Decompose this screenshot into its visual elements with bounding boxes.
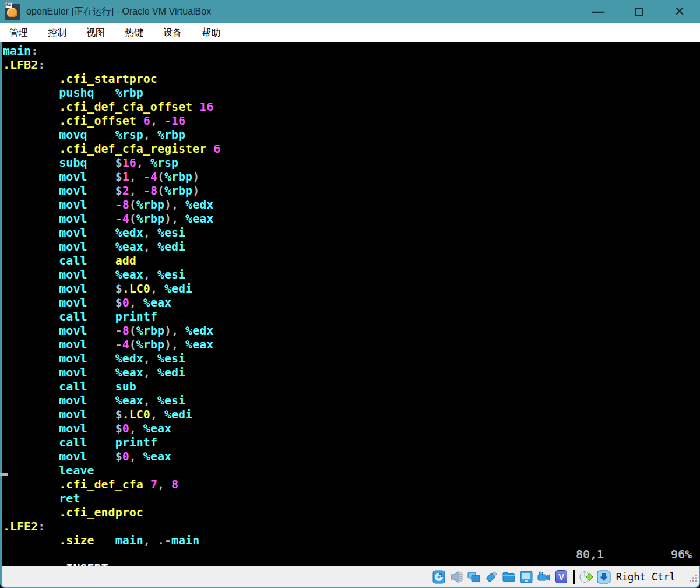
menu-item-2[interactable]: 视图 <box>77 23 115 42</box>
shared-folders-icon[interactable] <box>502 569 516 584</box>
code-line: movl %eax, %esi <box>3 267 700 281</box>
code-line: movl $.LC0, %edi <box>3 407 700 421</box>
code-line: .cfi_def_cfa_register 6 <box>3 142 700 156</box>
code-line: .size main, .-main <box>3 533 700 547</box>
code-line: .cfi_endproc <box>3 505 700 519</box>
window-controls: — ✕ <box>578 0 700 23</box>
code-line: movl $1, -4(%rbp) <box>3 170 700 184</box>
code-line: .LFB2: <box>3 58 700 72</box>
code-line: .cfi_startproc <box>3 72 700 86</box>
code-line: subq $16, %rsp <box>3 156 700 170</box>
vm-os-icon: 64 <box>5 4 20 20</box>
mouse-integration-icon[interactable] <box>579 569 594 584</box>
code-line: movl $0, %eax <box>3 449 700 463</box>
menu-item-3[interactable]: 热键 <box>115 23 154 42</box>
terminal-screen[interactable]: main:.LFB2: .cfi_startproc pushq %rbp .c… <box>0 42 700 566</box>
code-line: .cfi_def_cfa_offset 16 <box>3 100 700 114</box>
code-line: main: <box>3 44 700 58</box>
code-line: movl %edx, %esi <box>3 226 700 240</box>
code-line: movl -4(%rbp), %eax <box>3 212 700 226</box>
code-line: call add <box>3 253 700 267</box>
resize-grip[interactable] <box>689 574 697 585</box>
audio-icon[interactable] <box>449 569 464 584</box>
menu-item-1[interactable]: 控制 <box>38 23 77 42</box>
text-cursor <box>0 473 8 476</box>
vm-status-bar: V Right Ctrl <box>0 566 700 588</box>
code-line: movl %eax, %edi <box>3 240 700 253</box>
code-line: call sub <box>3 379 700 393</box>
menu-item-5[interactable]: 帮助 <box>192 23 231 42</box>
code-line: call printf <box>3 309 700 323</box>
assembly-code: main:.LFB2: .cfi_startproc pushq %rbp .c… <box>3 44 700 547</box>
usb-icon[interactable] <box>484 569 499 584</box>
maximize-button[interactable] <box>618 0 659 23</box>
status-bar-separator <box>573 570 575 584</box>
features-glyph: V <box>555 570 567 583</box>
code-line: movl $.LC0, %edi <box>3 281 700 295</box>
code-line: movl -8(%rbp), %edx <box>3 198 700 212</box>
host-key-label: Right Ctrl <box>616 571 676 583</box>
close-button[interactable]: ✕ <box>659 0 700 23</box>
code-line: movl %eax, %edi <box>3 365 700 379</box>
code-line: movl $0, %eax <box>3 295 700 309</box>
code-line: pushq %rbp <box>3 86 700 100</box>
code-line: ret <box>3 491 700 505</box>
features-icon[interactable]: V <box>554 569 569 584</box>
recording-icon[interactable] <box>537 569 551 584</box>
virtualbox-window: 64 openEuler [正在运行] - Oracle VM VirtualB… <box>0 0 700 588</box>
keyboard-icon[interactable] <box>597 569 611 584</box>
display-icon[interactable] <box>519 569 534 584</box>
menu-bar: 管理控制视图热键设备帮助 <box>0 23 700 42</box>
harddisk-icon[interactable] <box>432 569 446 584</box>
menu-item-0[interactable]: 管理 <box>0 23 38 42</box>
minimize-icon: — <box>592 4 604 19</box>
openeuler-logo-icon <box>7 8 17 17</box>
vim-scroll-percent: 96% <box>671 547 692 561</box>
code-line: movl $0, %eax <box>3 421 700 435</box>
code-line: movl -4(%rbp), %eax <box>3 337 700 351</box>
network-icon[interactable] <box>467 569 481 584</box>
window-title: openEuler [正在运行] - Oracle VM VirtualBox <box>26 6 211 18</box>
status-icons: V <box>432 569 611 584</box>
minimize-button[interactable]: — <box>578 0 618 23</box>
code-line: call printf <box>3 435 700 449</box>
close-icon: ✕ <box>674 4 685 19</box>
code-line: leave <box>3 463 700 477</box>
code-line: movl -8(%rbp), %edx <box>3 323 700 337</box>
code-line: movl %eax, %esi <box>3 393 700 407</box>
title-bar[interactable]: 64 openEuler [正在运行] - Oracle VM VirtualB… <box>0 0 700 23</box>
vim-status-line: -- INSERT -- 80,1 96% <box>3 547 700 561</box>
code-line: movq %rsp, %rbp <box>3 128 700 142</box>
maximize-icon <box>635 8 643 16</box>
code-line: movl %edx, %esi <box>3 351 700 365</box>
vim-ruler: 80,1 <box>576 547 604 561</box>
os-64bit-badge: 64 <box>5 2 12 8</box>
menu-item-4[interactable]: 设备 <box>154 23 192 42</box>
code-line: .cfi_offset 6, -16 <box>3 114 700 128</box>
code-line: .cfi_def_cfa 7, 8 <box>3 477 700 491</box>
code-line: movl $2, -8(%rbp) <box>3 184 700 198</box>
code-line: .LFE2: <box>3 519 700 533</box>
